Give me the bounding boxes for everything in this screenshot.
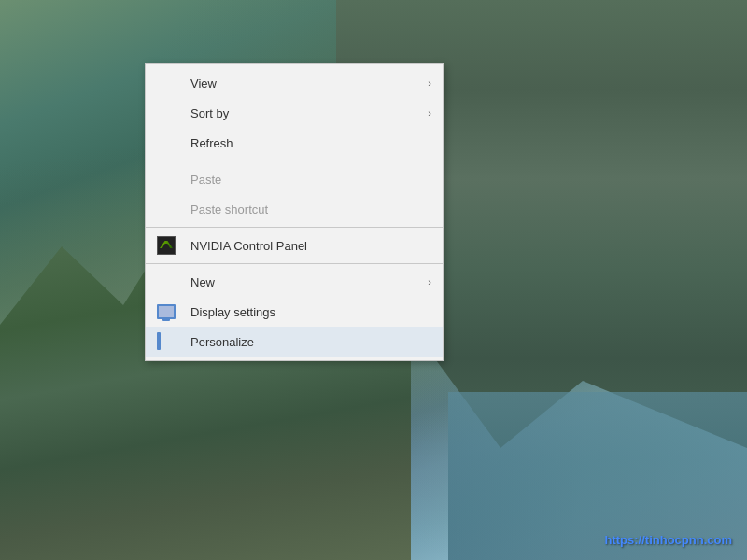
separator-3 <box>146 263 443 264</box>
personalize-label: Personalize <box>190 335 254 349</box>
separator-2 <box>146 227 443 228</box>
refresh-label: Refresh <box>190 136 233 150</box>
personalize-icon-container <box>155 330 177 353</box>
menu-item-refresh[interactable]: Refresh <box>146 128 443 158</box>
separator-1 <box>146 161 443 161</box>
menu-item-nvidia[interactable]: NVIDIA Control Panel <box>146 231 443 260</box>
menu-item-paste[interactable]: Paste <box>146 164 443 194</box>
display-settings-label: Display settings <box>190 305 275 319</box>
menu-item-view[interactable]: View › <box>146 68 443 98</box>
menu-item-display-settings[interactable]: Display settings <box>146 297 443 327</box>
context-menu: View › Sort by › Refresh Paste Paste sho… <box>145 63 444 361</box>
new-label: New <box>190 275 215 289</box>
sort-by-label: Sort by <box>190 106 229 120</box>
watermark: https://tinhocpnn.com <box>605 533 732 547</box>
sort-by-arrow: › <box>428 107 431 119</box>
nvidia-icon <box>157 236 176 255</box>
display-icon <box>157 304 176 319</box>
menu-item-new[interactable]: New › <box>146 267 443 297</box>
menu-item-personalize[interactable]: Personalize <box>146 327 443 357</box>
view-arrow: › <box>428 77 431 89</box>
nvidia-icon-container <box>155 234 177 257</box>
nvidia-label: NVIDIA Control Panel <box>190 239 307 253</box>
paste-label: Paste <box>190 173 221 187</box>
personalize-icon-inner <box>157 332 161 350</box>
paste-shortcut-label: Paste shortcut <box>190 203 268 217</box>
menu-item-sort-by[interactable]: Sort by › <box>146 98 443 128</box>
personalize-icon <box>157 334 176 349</box>
view-label: View <box>190 77 217 91</box>
display-icon-container <box>155 301 177 323</box>
new-arrow: › <box>428 276 431 287</box>
menu-item-paste-shortcut[interactable]: Paste shortcut <box>146 194 443 224</box>
